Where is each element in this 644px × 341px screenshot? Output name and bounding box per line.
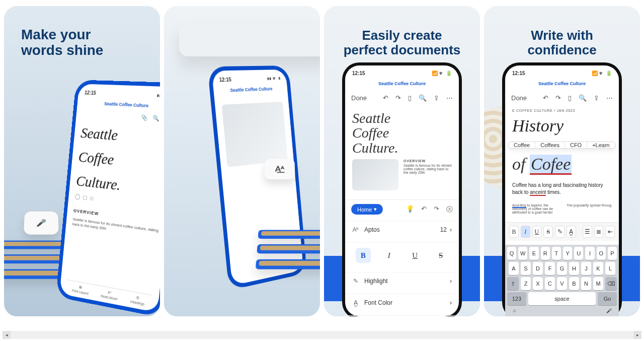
breadcrumb: E COFFEE CULTURE / JAN 2023 bbox=[505, 108, 619, 112]
headline-1: Make your words shine bbox=[21, 27, 145, 58]
two-column-text: Acording to legend, the discovery of cof… bbox=[505, 201, 619, 218]
key-O[interactable]: O bbox=[597, 247, 606, 260]
shift-key[interactable]: ⇧ bbox=[507, 277, 519, 290]
ribbon-home-row: Home▾ 💡 ↶ ↷ ⓧ bbox=[345, 199, 459, 217]
key-C[interactable]: C bbox=[545, 277, 555, 290]
done-button[interactable]: Done bbox=[351, 94, 367, 102]
suggestion-next-icon[interactable]: › bbox=[615, 142, 616, 149]
close-icon[interactable]: ⓧ bbox=[446, 205, 453, 214]
emoji-key[interactable]: ☺ bbox=[512, 308, 517, 313]
key-H[interactable]: H bbox=[569, 262, 579, 275]
undo-icon[interactable]: ↶ bbox=[543, 94, 548, 102]
bold-button[interactable]: B bbox=[356, 248, 371, 263]
highlight-button[interactable]: ✎ bbox=[555, 226, 565, 238]
bold-button[interactable]: B bbox=[509, 226, 519, 238]
backspace-key[interactable]: ⌫ bbox=[605, 277, 617, 290]
top-toolbar: Done ↶ ↷ ▯ 🔍 ⇪ ⋯ bbox=[345, 92, 459, 104]
indent-button[interactable]: ⇤ bbox=[605, 226, 615, 238]
key-Y[interactable]: Y bbox=[563, 247, 572, 260]
tab-read-aloud[interactable]: AᵇRead Aloud bbox=[101, 289, 118, 301]
redo-icon[interactable]: ↷ bbox=[395, 94, 401, 102]
mobile-icon[interactable]: ▯ bbox=[568, 94, 572, 102]
font-color-row[interactable]: A̲Font Color › bbox=[345, 294, 459, 311]
search-icon[interactable]: 🔍 bbox=[419, 94, 427, 102]
key-B[interactable]: B bbox=[569, 277, 579, 290]
redo-icon[interactable]: ↷ bbox=[434, 205, 439, 214]
suggestion-2[interactable]: Coffees bbox=[535, 142, 565, 149]
highlight-row[interactable]: ✎Highlight › bbox=[345, 272, 459, 290]
share-icon[interactable]: ⇪ bbox=[434, 94, 439, 102]
font-color-button[interactable]: A̲ bbox=[567, 226, 576, 238]
home-dropdown[interactable]: Home▾ bbox=[351, 204, 383, 215]
key-K[interactable]: K bbox=[593, 262, 603, 275]
key-A[interactable]: A bbox=[509, 262, 519, 275]
horizontal-scrollbar[interactable]: ◂ ▸ bbox=[3, 331, 641, 339]
undo-icon[interactable]: ↶ bbox=[421, 205, 427, 214]
key-M[interactable]: M bbox=[593, 277, 603, 290]
key-P[interactable]: P bbox=[608, 247, 617, 260]
italic-button[interactable]: I bbox=[381, 248, 396, 263]
idea-icon[interactable]: 💡 bbox=[406, 205, 414, 214]
mic-tile: 🎤 bbox=[24, 212, 59, 235]
key-S[interactable]: S bbox=[521, 262, 531, 275]
search-icon[interactable]: 🔍 bbox=[579, 94, 587, 102]
key-G[interactable]: G bbox=[557, 262, 567, 275]
key-W[interactable]: W bbox=[518, 247, 527, 260]
document-title: Seattle Coffee Culture bbox=[345, 80, 459, 88]
tab-print-layout[interactable]: ▤Print Layout bbox=[72, 284, 89, 295]
key-L[interactable]: L bbox=[605, 262, 615, 275]
key-J[interactable]: J bbox=[581, 262, 591, 275]
kb-row-1: QWERTYUIOP bbox=[507, 247, 617, 260]
kb-row-2: ASDFGHJKL bbox=[507, 262, 617, 275]
key-X[interactable]: X bbox=[533, 277, 543, 290]
search-icon[interactable]: 🔍 bbox=[152, 115, 160, 122]
more-icon[interactable]: ⋯ bbox=[606, 94, 613, 102]
italic-button[interactable]: I bbox=[521, 226, 530, 238]
doc-heading-line2: Coffee bbox=[78, 146, 160, 174]
underline-button[interactable]: U bbox=[532, 226, 542, 238]
dictation-key[interactable]: 🎤 bbox=[606, 308, 612, 313]
undo-icon[interactable]: ↶ bbox=[383, 94, 388, 102]
mobile-icon[interactable]: ▯ bbox=[408, 94, 412, 102]
bullets-button[interactable]: ☰ bbox=[583, 226, 592, 238]
scroll-left-button[interactable]: ◂ bbox=[3, 331, 11, 339]
more-icon[interactable]: ⋯ bbox=[446, 94, 453, 102]
done-button[interactable]: Done bbox=[511, 94, 527, 102]
strike-button[interactable]: S bbox=[433, 248, 448, 263]
suggestion-1[interactable]: Coffee bbox=[509, 142, 535, 149]
key-Z[interactable]: Z bbox=[521, 277, 531, 290]
numbered-list-button[interactable]: ≣ bbox=[594, 226, 604, 238]
underline-button[interactable]: U bbox=[408, 248, 423, 263]
key-V[interactable]: V bbox=[557, 277, 567, 290]
strike-button[interactable]: S bbox=[543, 226, 553, 238]
mic-icon: 🎤 bbox=[36, 219, 46, 227]
attach-icon[interactable]: 📎 bbox=[141, 114, 148, 121]
misspelled-word[interactable]: Cofee bbox=[530, 155, 572, 175]
key-F[interactable]: F bbox=[545, 262, 555, 275]
key-N[interactable]: N bbox=[581, 277, 591, 290]
shape-square-icon: ▢ bbox=[83, 194, 88, 201]
share-icon[interactable]: ⇪ bbox=[594, 94, 599, 102]
scroll-right-button[interactable]: ▸ bbox=[633, 331, 641, 339]
history-heading: History bbox=[505, 116, 619, 135]
key-Q[interactable]: Q bbox=[507, 247, 516, 260]
key-T[interactable]: T bbox=[552, 247, 561, 260]
suggestion-3[interactable]: CFO bbox=[565, 142, 587, 149]
key-R[interactable]: R bbox=[541, 247, 550, 260]
numbers-key[interactable]: 123 bbox=[507, 292, 526, 305]
document-body: Seattle Coffee Culture. OVERVIEW Seattle… bbox=[345, 108, 459, 195]
format-row: B I U S bbox=[345, 242, 459, 268]
key-E[interactable]: E bbox=[529, 247, 538, 260]
redo-icon[interactable]: ↷ bbox=[555, 94, 561, 102]
tab-headings[interactable]: ☰Headings bbox=[130, 295, 145, 306]
key-I[interactable]: I bbox=[585, 247, 594, 260]
phone-mockup-3: 12:15 📶 ᯤ 🔋 Seattle Coffee Culture Done … bbox=[342, 62, 462, 316]
space-key[interactable]: space bbox=[528, 292, 596, 305]
key-U[interactable]: U bbox=[574, 247, 583, 260]
clear-formatting-row[interactable]: A⃠Clear Formatting › bbox=[345, 315, 459, 316]
chevron-right-icon: › bbox=[450, 226, 452, 233]
suggestion-learn[interactable]: +Learn bbox=[587, 142, 615, 149]
go-key[interactable]: Go bbox=[598, 292, 617, 305]
key-D[interactable]: D bbox=[533, 262, 543, 275]
font-row[interactable]: AᵇAptos 12› bbox=[345, 221, 459, 238]
